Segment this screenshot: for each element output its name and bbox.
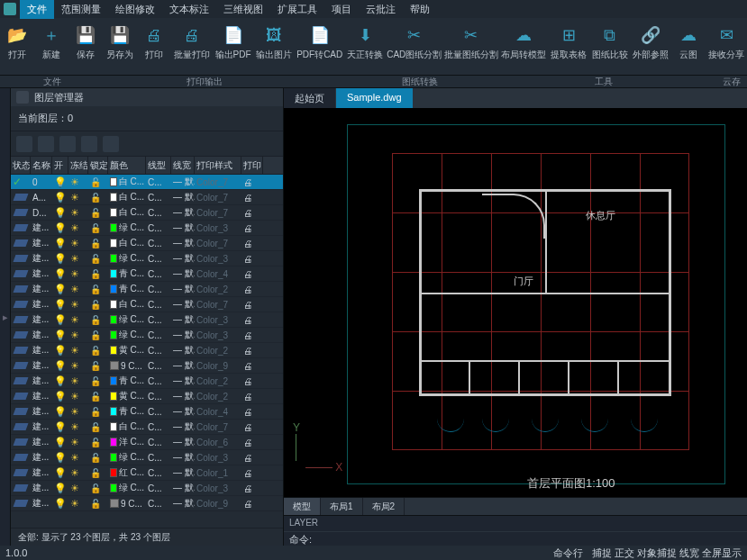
- layer-panel-footer: 全部: 显示了 23 个图层，共 23 个图层: [11, 528, 283, 546]
- layout-tab-model[interactable]: 模型: [284, 498, 321, 515]
- ribbon-icon: 📂: [5, 23, 29, 47]
- menu-bar: 文件范围测量绘图修改文本标注三维视图扩展工具项目云批注帮助: [0, 0, 747, 18]
- layer-row[interactable]: 建...💡☀🔓绿 C...C...— 默.Color_3🖨: [11, 221, 283, 236]
- ribbon-图纸比较[interactable]: ⧉图纸比较: [589, 18, 631, 75]
- ribbon-CAD图纸分割[interactable]: ✂CAD图纸分割: [386, 18, 443, 75]
- layer-row[interactable]: D...💡☀🔓白 C...C...— 默.Color_7🖨: [11, 205, 283, 221]
- ribbon-group-图纸转换: 图纸转换: [402, 76, 438, 88]
- layer-row[interactable]: 建...💡☀🔓青 C...C...— 默.Color_4🖨: [11, 266, 283, 282]
- layer-row[interactable]: 建...💡☀🔓绿 C...C...— 默.Color_3🖨: [11, 251, 283, 266]
- ribbon-icon: 💾: [108, 23, 132, 47]
- layer-tools: [11, 131, 283, 157]
- ribbon-接收分享[interactable]: ✉接收分享: [706, 18, 747, 75]
- ribbon-保存[interactable]: 💾保存: [68, 18, 103, 75]
- layer-row[interactable]: 建...💡☀🔓青 C...C...— 默.Color_2🖨: [11, 282, 283, 297]
- layer-row[interactable]: 建...💡☀🔓青 C...C...— 默.Color_2🖨: [11, 374, 283, 389]
- layer-tool-1[interactable]: [16, 136, 32, 152]
- ribbon-icon: ⊞: [557, 23, 580, 47]
- ribbon-icon: ✉: [715, 23, 738, 47]
- layer-row[interactable]: 建...💡☀🔓红 C...C...— 默.Color_1🖨: [11, 465, 283, 481]
- layer-panel-title: 图层管理器: [34, 91, 84, 104]
- side-toggle-button[interactable]: ▸: [0, 88, 11, 546]
- menu-item-2[interactable]: 绘图修改: [108, 0, 162, 19]
- command-input[interactable]: 命令:: [284, 531, 747, 546]
- layer-row[interactable]: 建...💡☀🔓绿 C...C...— 默.Color_3🖨: [11, 312, 283, 328]
- layer-row[interactable]: 建...💡☀🔓绿 C...C...— 默.Color_3🖨: [11, 328, 283, 343]
- layer-row[interactable]: ✓0💡☀🔓白 C...C...— 默.Color_7🖨: [11, 175, 283, 190]
- status-toggles[interactable]: 捕捉 正交 对象捕捉 线宽 全屏显示: [592, 546, 742, 560]
- command-history: LAYER: [284, 516, 747, 531]
- canvas-area: 起始页 Sample.dwg: [284, 88, 747, 546]
- layer-row[interactable]: 建...💡☀🔓9 C...C...— 默.Color_9🖨: [11, 496, 283, 511]
- layer-manager-panel: 图层管理器 当前图层：0 状态 名称 开 冻结 锁定 颜色 线型 线宽 打印样式…: [11, 88, 284, 546]
- room-label-rest: 休息厅: [586, 209, 615, 222]
- layout-tabs: 模型 布局1 布局2: [284, 497, 747, 515]
- ribbon-云图[interactable]: ☁云图: [671, 18, 706, 75]
- ribbon-另存为[interactable]: 💾另存为: [103, 18, 137, 75]
- drawing-title: 首层平面图1:100: [527, 475, 615, 492]
- layer-row[interactable]: 建...💡☀🔓黄 C...C...— 默.Color_2🖨: [11, 343, 283, 358]
- version-label: 1.0.0: [5, 547, 27, 558]
- layer-tool-2[interactable]: [38, 136, 54, 152]
- layer-row[interactable]: 建...💡☀🔓黄 C...C...— 默.Color_2🖨: [11, 389, 283, 404]
- ribbon-提取表格[interactable]: ⊞提取表格: [548, 18, 589, 75]
- ribbon-打开[interactable]: 📂打开: [0, 18, 34, 75]
- app-logo-icon: [4, 3, 16, 15]
- ribbon-icon: 📄: [308, 23, 332, 47]
- ribbon-group-文件: 文件: [43, 76, 61, 88]
- layer-panel-header: 图层管理器: [11, 88, 283, 106]
- ucs-y-axis-icon: Y: [293, 421, 300, 461]
- ribbon-icon: 💾: [74, 23, 97, 47]
- menu-item-5[interactable]: 扩展工具: [270, 0, 324, 19]
- command-area: LAYER 命令:: [284, 515, 747, 546]
- ribbon-icon: 🖨: [180, 23, 204, 47]
- ribbon-icon: ＋: [40, 23, 63, 47]
- ribbon-icon: ☁: [677, 23, 700, 47]
- menu-item-4[interactable]: 三维视图: [216, 0, 270, 19]
- ribbon-PDF转CAD[interactable]: 📄PDF转CAD: [295, 18, 344, 75]
- layer-row[interactable]: 建...💡☀🔓白 C...C...— 默.Color_7🖨: [11, 297, 283, 312]
- layer-row[interactable]: 建...💡☀🔓青 C...C...— 默.Color_4🖨: [11, 404, 283, 420]
- room-label-hall: 门厅: [514, 275, 533, 288]
- menu-item-8[interactable]: 帮助: [403, 0, 437, 19]
- layer-row[interactable]: 建...💡☀🔓白 C...C...— 默.Color_7🖨: [11, 420, 283, 435]
- layer-row[interactable]: 建...💡☀🔓白 C...C...— 默.Color_7🖨: [11, 236, 283, 251]
- menu-item-6[interactable]: 项目: [324, 0, 359, 19]
- ribbon-批量打印[interactable]: 🖨批量打印: [171, 18, 213, 75]
- tab-file[interactable]: Sample.dwg: [336, 88, 413, 108]
- status-bar: 1.0.0 命令行 捕捉 正交 对象捕捉 线宽 全屏显示: [0, 546, 747, 560]
- current-layer-row: 当前图层：0: [11, 106, 283, 131]
- ribbon-icon: ✂: [460, 23, 483, 47]
- layout-tab-2[interactable]: 布局2: [363, 498, 405, 515]
- drawing-viewport[interactable]: 休息厅 门厅 首层平面图1:100 Y X: [284, 108, 747, 497]
- layer-settings-icon[interactable]: [16, 91, 29, 104]
- ucs-x-axis-icon: X: [305, 461, 342, 474]
- layer-tool-3[interactable]: [59, 136, 76, 152]
- ribbon-icon: ⧉: [598, 23, 622, 47]
- layer-tool-4[interactable]: [81, 136, 97, 152]
- layout-tab-1[interactable]: 布局1: [321, 498, 363, 515]
- ribbon-打印[interactable]: 🖨打印: [137, 18, 171, 75]
- ribbon-输出PDF[interactable]: 📄输出PDF: [213, 18, 254, 75]
- layer-row[interactable]: 建...💡☀🔓9 C...C...— 默.Color_9🖨: [11, 358, 283, 374]
- ribbon-天正转换[interactable]: ⬇天正转换: [344, 18, 386, 75]
- ribbon-输出图片[interactable]: 🖼输出图片: [253, 18, 295, 75]
- ribbon-toolbar: 📂打开＋新建💾保存💾另存为🖨打印🖨批量打印📄输出PDF🖼输出图片📄PDF转CAD…: [0, 18, 747, 76]
- tab-start[interactable]: 起始页: [284, 88, 335, 108]
- menu-item-0[interactable]: 文件: [20, 0, 54, 19]
- layer-row[interactable]: 建...💡☀🔓绿 C...C...— 默.Color_3🖨: [11, 481, 283, 496]
- ribbon-icon: ☁: [512, 23, 535, 47]
- layer-row[interactable]: A...💡☀🔓白 C...C...— 默.Color_7🖨: [11, 190, 283, 205]
- menu-item-3[interactable]: 文本标注: [162, 0, 216, 19]
- ribbon-布局转模型[interactable]: ☁布局转模型: [499, 18, 548, 75]
- status-cmd[interactable]: 命令行: [553, 546, 583, 560]
- menu-item-7[interactable]: 云批注: [359, 0, 403, 19]
- ribbon-新建[interactable]: ＋新建: [34, 18, 68, 75]
- menu-item-1[interactable]: 范围测量: [54, 0, 108, 19]
- ribbon-外部参照[interactable]: 🔗外部参照: [631, 18, 672, 75]
- ribbon-批量图纸分割[interactable]: ✂批量图纸分割: [442, 18, 499, 75]
- layer-row[interactable]: 建...💡☀🔓绿 C...C...— 默.Color_3🖨: [11, 450, 283, 465]
- ribbon-group-打印输出: 打印输出: [187, 76, 223, 88]
- layer-tool-5[interactable]: [103, 136, 119, 152]
- layer-row[interactable]: 建...💡☀🔓洋 C...C...— 默.Color_6🖨: [11, 435, 283, 450]
